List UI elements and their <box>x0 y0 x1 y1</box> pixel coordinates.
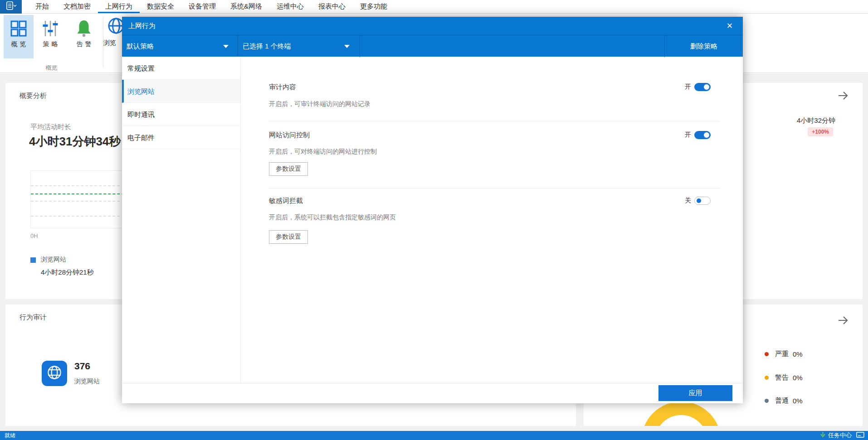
policy-dropdown[interactable]: 默认策略 <box>122 35 238 57</box>
ribbon-overview-button[interactable]: 概览 <box>4 15 34 58</box>
policy-sliders-icon <box>42 19 59 39</box>
ribbon-policy-button[interactable]: 策略 <box>37 15 63 58</box>
audit-content-toggle[interactable] <box>694 83 711 91</box>
legend-label: 浏览网站 <box>41 256 66 264</box>
avg-activity-value: 4小时31分钟34秒 <box>29 134 121 150</box>
setting-title-website-access-control: 网站访问控制 <box>269 131 310 140</box>
task-center-button[interactable]: 任务中心 <box>828 431 852 440</box>
dialog-footer: 应用 <box>122 383 743 403</box>
setting-title-audit-content: 审计内容 <box>269 83 296 92</box>
apply-button[interactable]: 应用 <box>658 385 732 401</box>
dialog-toolbar: 默认策略 已选择 1 个终端 删除策略 <box>122 35 743 57</box>
severe-label: 严重 <box>775 350 789 358</box>
audit-content-toggle-wrap: 开 <box>685 83 711 91</box>
setting-desc-website-access-control: 开启后，可对终端访问的网站进行控制 <box>269 148 377 156</box>
menu-tab-system-network[interactable]: 系统&网络 <box>223 0 269 13</box>
delta-badge: +100% <box>808 127 833 136</box>
overview-grid-icon <box>10 19 27 39</box>
legend-row-warning: 警告 0% <box>765 373 803 382</box>
toolbar-separator <box>360 35 360 57</box>
alert-bell-icon <box>75 19 93 39</box>
browse-count-value: 376 <box>74 361 90 372</box>
row-divider <box>269 121 720 121</box>
duration-value: 4小时32分钟 <box>797 116 835 125</box>
sensitive-word-toggle[interactable] <box>694 197 711 205</box>
menu-tab-start[interactable]: 开始 <box>28 0 56 13</box>
setting-title-sensitive-word-block: 敏感词拦截 <box>269 197 303 205</box>
warning-label: 警告 <box>775 373 789 382</box>
globe-icon <box>47 365 62 382</box>
internet-behavior-dialog: 上网行为 × 默认策略 已选择 1 个终端 删除策略 常规设置 浏览网站 即时通… <box>122 17 743 403</box>
severe-value: 0% <box>793 350 803 358</box>
menu-tab-report-center[interactable]: 报表中心 <box>311 0 353 13</box>
menu-tab-data-security[interactable]: 数据安全 <box>140 0 181 13</box>
sidebar-item-general-settings[interactable]: 常规设置 <box>122 57 240 80</box>
application-window: 开始 文档加密 上网行为 数据安全 设备管理 系统&网络 运维中心 报表中心 更… <box>0 0 868 440</box>
ribbon-policy-label: 策略 <box>41 40 60 48</box>
app-menu-button[interactable] <box>0 0 22 14</box>
severe-dot-icon <box>765 352 769 356</box>
terminal-dropdown[interactable]: 已选择 1 个终端 <box>238 35 360 57</box>
close-icon[interactable]: × <box>723 19 736 33</box>
download-arrow-icon <box>819 431 826 440</box>
severity-donut-chart <box>636 401 727 426</box>
legend-color-swatch <box>30 257 36 263</box>
task-window-icon[interactable] <box>856 432 864 439</box>
legend-value: 4小时28分钟21秒 <box>41 268 94 277</box>
ribbon-alert-button[interactable]: 告警 <box>71 15 97 58</box>
status-bar: 就绪 任务中心 <box>0 431 868 440</box>
menu-tab-internet-behavior[interactable]: 上网行为 <box>98 0 140 13</box>
normal-value: 0% <box>793 397 803 405</box>
x-axis-origin-label: 0H <box>30 232 38 239</box>
browse-count-label: 浏览网站 <box>74 377 100 386</box>
caret-down-icon <box>344 45 350 48</box>
arrow-right-icon[interactable] <box>837 90 849 102</box>
avg-activity-label: 平均活动时长 <box>30 123 71 131</box>
policy-dropdown-value: 默认策略 <box>127 42 154 51</box>
dialog-titlebar: 上网行为 × <box>122 17 743 35</box>
behavior-audit-title: 行为审计 <box>20 313 47 322</box>
sensitive-word-params-button[interactable]: 参数设置 <box>269 230 308 244</box>
warning-dot-icon <box>765 376 769 380</box>
legend-row-severe: 严重 0% <box>765 350 803 358</box>
ribbon-overview-label: 概览 <box>9 40 29 48</box>
menu-tab-more-features[interactable]: 更多功能 <box>353 0 395 13</box>
ribbon-group-label: 概览 <box>0 64 103 72</box>
caret-down-icon <box>223 45 229 48</box>
toggle-state-label: 开 <box>685 83 691 91</box>
website-access-toggle-wrap: 开 <box>685 131 711 139</box>
terminal-dropdown-value: 已选择 1 个终端 <box>243 42 291 51</box>
menu-tabs: 开始 文档加密 上网行为 数据安全 设备管理 系统&网络 运维中心 报表中心 更… <box>28 0 395 13</box>
delete-policy-button[interactable]: 删除策略 <box>665 35 743 57</box>
dialog-sidebar: 常规设置 浏览网站 即时通讯 电子邮件 <box>122 57 241 383</box>
website-access-params-button[interactable]: 参数设置 <box>269 162 308 176</box>
row-divider <box>269 188 720 189</box>
sidebar-item-browse-websites[interactable]: 浏览网站 <box>122 80 240 103</box>
sidebar-item-instant-messaging[interactable]: 即时通讯 <box>122 103 240 126</box>
website-access-toggle[interactable] <box>694 131 711 139</box>
ribbon-alert-label: 告警 <box>74 40 94 48</box>
sensitive-word-toggle-wrap: 关 <box>685 197 711 205</box>
toggle-state-label: 开 <box>685 131 691 139</box>
setting-desc-audit-content: 开启后，可审计终端访问的网站记录 <box>269 100 371 108</box>
menu-tab-doc-encryption[interactable]: 文档加密 <box>56 0 98 13</box>
menu-tab-device-management[interactable]: 设备管理 <box>181 0 223 13</box>
warning-value: 0% <box>793 374 803 382</box>
document-list-icon <box>5 1 17 12</box>
legend-row-normal: 普通 0% <box>765 396 803 405</box>
browse-stat-tile <box>42 361 67 386</box>
sidebar-item-email[interactable]: 电子邮件 <box>122 126 240 149</box>
normal-dot-icon <box>765 399 769 403</box>
summary-card-title: 概要分析 <box>20 92 47 100</box>
menu-tab-ops-center[interactable]: 运维中心 <box>269 0 311 13</box>
ribbon-browse-label[interactable]: 浏览 <box>103 39 116 47</box>
arrow-right-icon[interactable] <box>837 314 849 326</box>
normal-label: 普通 <box>775 396 789 405</box>
status-ready-text: 就绪 <box>0 432 15 440</box>
menu-bar: 开始 文档加密 上网行为 数据安全 设备管理 系统&网络 运维中心 报表中心 更… <box>0 0 868 14</box>
setting-desc-sensitive-word-block: 开启后，系统可以拦截包含指定敏感词的网页 <box>269 213 396 222</box>
dialog-content: 审计内容 开 开启后，可审计终端访问的网站记录 网站访问控制 开 开启后，可对终… <box>241 57 743 383</box>
toggle-state-label: 关 <box>685 197 691 205</box>
dialog-title: 上网行为 <box>128 22 156 30</box>
